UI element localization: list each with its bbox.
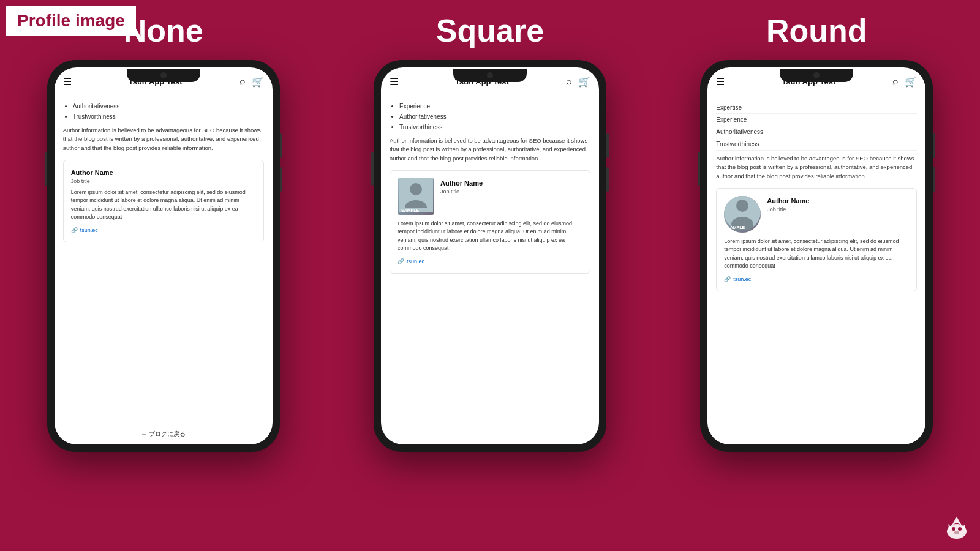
header-icons-round: ⌕ 🛒 [892,76,917,88]
vol-up-btn-round [933,133,935,158]
bullet-item: Trustworthiness [73,112,264,121]
cart-icon-none[interactable]: 🛒 [252,76,264,88]
menu-item-1[interactable]: Experience [716,114,917,126]
person-svg-round: SAMPLE [724,196,761,230]
svg-point-11 [952,527,956,531]
fox-logo [943,514,970,541]
screen-content-square: Experience Authoritativeness Trustworthi… [381,94,599,444]
svg-point-12 [958,527,962,531]
notch-round [780,69,853,82]
notch-dot-round [813,72,820,78]
bullet-list-none: Authoritativeness Trustworthiness [63,102,264,121]
vol-down-btn-round [933,167,935,192]
desc-text-square: Author information is believed to be adv… [390,137,590,163]
author-header-none: Author Name Job title [71,168,256,186]
link-icon-round: 🔗 [724,276,731,284]
back-button-none[interactable]: ← ブログに戻る [55,424,273,444]
menu-list-round: Expertise Experience Authoritativeness T… [716,102,917,151]
author-name-square: Author Name [440,178,582,189]
search-icon-round[interactable]: ⌕ [892,76,899,88]
search-icon-square[interactable]: ⌕ [566,76,572,88]
column-none: None ☰ Tsun App Test ⌕ 🛒 Au [17,12,311,452]
author-job-round: Job title [767,206,909,214]
menu-icon-none[interactable]: ☰ [63,76,72,88]
column-square: Square ☰ Tsun App Test ⌕ 🛒 [343,12,637,452]
phone-frame-round: ☰ Tsun App Test ⌕ 🛒 Expertise Experience… [700,60,933,452]
author-link-round[interactable]: 🔗 tsun.ec [724,276,909,284]
phone-frame-square: ☰ Tsun App Test ⌕ 🛒 Experience Authorita… [374,60,606,452]
author-image-square: SAMPLE [398,178,434,215]
header-icons-none: ⌕ 🛒 [239,76,264,88]
notch-square [453,69,527,82]
phone-screen-round: ☰ Tsun App Test ⌕ 🛒 Expertise Experience… [707,67,925,444]
author-job-none: Job title [71,178,256,186]
author-info-round: Author Name Job title [767,196,909,214]
screen-content-none: Authoritativeness Trustworthiness Author… [55,94,273,424]
column-round: Round ☰ Tsun App Test ⌕ 🛒 E [669,12,963,452]
desc-text-round: Author information is believed to be adv… [716,154,917,181]
fox-svg [943,514,970,541]
cart-icon-square[interactable]: 🛒 [578,76,590,88]
power-btn-none [45,152,47,186]
vol-down-btn-none [280,167,282,192]
vol-up-btn-none [280,133,282,158]
author-link-none[interactable]: 🔗 tsun.ec [71,227,256,235]
menu-icon-square[interactable]: ☰ [390,76,398,88]
notch-none [127,69,200,82]
author-name-none: Author Name [71,168,256,178]
svg-point-1 [410,183,422,195]
menu-item-2[interactable]: Authoritativeness [716,126,917,138]
author-header-round: SAMPLE Author Name Job title [724,196,909,233]
author-card-round: SAMPLE Author Name Job title Lorem ipsum… [716,188,917,292]
vol-down-btn-square [606,167,609,192]
svg-text:SAMPLE: SAMPLE [727,225,745,230]
author-name-round: Author Name [767,196,909,206]
svg-text:SAMPLE: SAMPLE [401,208,420,212]
desc-text-none: Author information is believed to be adv… [63,126,264,152]
menu-item-3[interactable]: Trustworthiness [716,138,917,151]
link-icon-square: 🔗 [398,258,404,266]
menu-icon-round[interactable]: ☰ [716,76,725,88]
notch-dot-none [160,72,167,78]
bullet-item: Experience [399,102,590,111]
link-icon-none: 🔗 [71,227,78,235]
bullet-item: Authoritativeness [399,112,590,121]
author-body-round: Lorem ipsum dolor sit amet, consectetur … [724,238,909,271]
author-info-square: Author Name Job title [440,178,582,197]
columns-container: None ☰ Tsun App Test ⌕ 🛒 Au [0,0,980,452]
author-image-round: SAMPLE [724,196,761,233]
screen-content-round: Expertise Experience Authoritativeness T… [707,94,925,444]
power-btn-square [371,152,374,186]
column-title-round: Round [766,12,867,49]
author-card-square: SAMPLE Author Name Job title Lorem ipsum… [390,170,590,274]
power-btn-round [698,152,700,186]
bullet-list-square: Experience Authoritativeness Trustworthi… [390,102,590,132]
cart-icon-round[interactable]: 🛒 [905,76,917,88]
header-icons-square: ⌕ 🛒 [566,76,590,88]
svg-point-6 [736,200,748,212]
phone-frame-none: ☰ Tsun App Test ⌕ 🛒 Authoritativeness Tr… [47,60,280,452]
author-link-square[interactable]: 🔗 tsun.ec [398,258,582,266]
svg-marker-10 [952,517,962,525]
phone-screen-none: ☰ Tsun App Test ⌕ 🛒 Authoritativeness Tr… [55,67,273,444]
author-body-square: Lorem ipsum dolor sit amet, consectetur … [398,220,582,253]
column-title-square: Square [436,12,544,49]
page-label: Profile image [6,6,136,36]
bullet-item: Authoritativeness [73,102,264,111]
author-header-square: SAMPLE Author Name Job title [398,178,582,215]
notch-dot-square [487,72,493,78]
sample-image-round: SAMPLE [724,196,761,233]
author-job-square: Job title [440,188,582,197]
phone-screen-square: ☰ Tsun App Test ⌕ 🛒 Experience Authorita… [381,67,599,444]
author-card-none: Author Name Job title Lorem ipsum dolor … [63,160,264,243]
menu-item-0[interactable]: Expertise [716,102,917,114]
search-icon-none[interactable]: ⌕ [239,76,246,88]
vol-up-btn-square [606,133,609,158]
sample-image-square: SAMPLE [398,178,434,215]
author-body-none: Lorem ipsum dolor sit amet, consectetur … [71,189,256,222]
person-svg-square: SAMPLE [399,178,433,212]
svg-point-13 [954,531,959,534]
bullet-item: Trustworthiness [399,122,590,132]
